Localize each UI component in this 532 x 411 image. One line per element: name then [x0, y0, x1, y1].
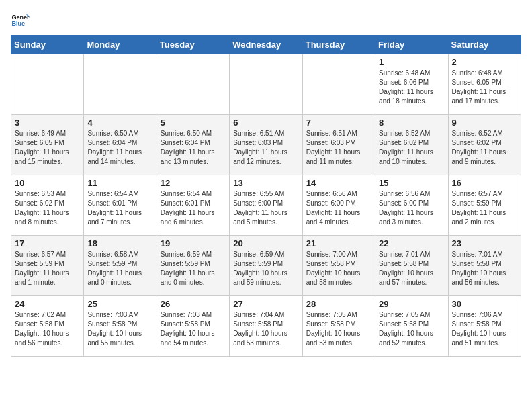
calendar-cell — [157, 54, 229, 115]
day-detail: Sunrise: 6:51 AM Sunset: 6:03 PM Dayligh… — [306, 129, 371, 167]
day-detail: Sunrise: 6:48 AM Sunset: 6:06 PM Dayligh… — [379, 68, 444, 106]
day-number: 15 — [379, 178, 444, 188]
day-detail: Sunrise: 6:52 AM Sunset: 6:02 PM Dayligh… — [452, 129, 517, 167]
day-number: 8 — [379, 118, 444, 128]
calendar-cell: 15Sunrise: 6:56 AM Sunset: 6:00 PM Dayli… — [375, 175, 448, 236]
calendar-cell — [11, 54, 84, 115]
day-detail: Sunrise: 6:51 AM Sunset: 6:03 PM Dayligh… — [233, 129, 298, 167]
day-number: 19 — [161, 238, 226, 248]
week-row-1: 1Sunrise: 6:48 AM Sunset: 6:06 PM Daylig… — [11, 54, 521, 115]
calendar-cell: 27Sunrise: 7:04 AM Sunset: 5:58 PM Dayli… — [230, 296, 302, 357]
day-number: 4 — [87, 118, 152, 128]
day-number: 3 — [15, 118, 80, 128]
day-number: 5 — [161, 118, 226, 128]
day-detail: Sunrise: 7:01 AM Sunset: 5:58 PM Dayligh… — [379, 250, 444, 287]
day-detail: Sunrise: 6:59 AM Sunset: 5:59 PM Dayligh… — [233, 250, 298, 287]
calendar-cell: 18Sunrise: 6:58 AM Sunset: 5:59 PM Dayli… — [84, 236, 157, 296]
day-number: 25 — [87, 299, 152, 309]
day-number: 26 — [161, 299, 226, 309]
day-number: 6 — [233, 118, 298, 128]
calendar-cell: 16Sunrise: 6:57 AM Sunset: 5:59 PM Dayli… — [448, 175, 521, 236]
day-detail: Sunrise: 7:05 AM Sunset: 5:58 PM Dayligh… — [379, 310, 444, 348]
day-detail: Sunrise: 7:00 AM Sunset: 5:58 PM Dayligh… — [306, 250, 371, 287]
calendar-cell — [84, 54, 157, 115]
calendar-cell: 19Sunrise: 6:59 AM Sunset: 5:59 PM Dayli… — [157, 236, 229, 296]
day-number: 11 — [87, 178, 152, 188]
day-number: 9 — [452, 118, 517, 128]
day-detail: Sunrise: 6:48 AM Sunset: 6:05 PM Dayligh… — [452, 68, 517, 106]
calendar-cell: 28Sunrise: 7:05 AM Sunset: 5:58 PM Dayli… — [302, 296, 375, 357]
calendar-cell: 6Sunrise: 6:51 AM Sunset: 6:03 PM Daylig… — [230, 115, 302, 175]
calendar-cell: 4Sunrise: 6:50 AM Sunset: 6:04 PM Daylig… — [84, 115, 157, 175]
svg-text:Blue: Blue — [11, 20, 25, 27]
day-detail: Sunrise: 6:53 AM Sunset: 6:02 PM Dayligh… — [15, 189, 80, 227]
day-number: 10 — [15, 178, 80, 188]
week-row-4: 17Sunrise: 6:57 AM Sunset: 5:59 PM Dayli… — [11, 236, 521, 296]
calendar-cell: 2Sunrise: 6:48 AM Sunset: 6:05 PM Daylig… — [448, 54, 521, 115]
header-saturday: Saturday — [448, 36, 521, 54]
day-detail: Sunrise: 6:57 AM Sunset: 5:59 PM Dayligh… — [15, 250, 80, 287]
day-detail: Sunrise: 7:05 AM Sunset: 5:58 PM Dayligh… — [306, 310, 371, 348]
calendar-cell: 17Sunrise: 6:57 AM Sunset: 5:59 PM Dayli… — [11, 236, 84, 296]
calendar-cell: 3Sunrise: 6:49 AM Sunset: 6:05 PM Daylig… — [11, 115, 84, 175]
day-number: 1 — [379, 57, 444, 67]
day-number: 21 — [306, 238, 371, 248]
day-detail: Sunrise: 7:04 AM Sunset: 5:58 PM Dayligh… — [233, 310, 298, 348]
day-number: 20 — [233, 238, 298, 248]
day-detail: Sunrise: 6:56 AM Sunset: 6:00 PM Dayligh… — [306, 189, 371, 227]
day-number: 22 — [379, 238, 444, 248]
header-monday: Monday — [84, 36, 157, 54]
day-detail: Sunrise: 6:50 AM Sunset: 6:04 PM Dayligh… — [87, 129, 152, 167]
day-detail: Sunrise: 6:52 AM Sunset: 6:02 PM Dayligh… — [379, 129, 444, 167]
day-number: 16 — [452, 178, 517, 188]
calendar-cell: 26Sunrise: 7:03 AM Sunset: 5:58 PM Dayli… — [157, 296, 229, 357]
header-sunday: Sunday — [11, 36, 84, 54]
day-detail: Sunrise: 7:03 AM Sunset: 5:58 PM Dayligh… — [161, 310, 226, 348]
day-number: 13 — [233, 178, 298, 188]
day-detail: Sunrise: 6:55 AM Sunset: 6:00 PM Dayligh… — [233, 189, 298, 227]
week-row-3: 10Sunrise: 6:53 AM Sunset: 6:02 PM Dayli… — [11, 175, 521, 236]
calendar-cell: 10Sunrise: 6:53 AM Sunset: 6:02 PM Dayli… — [11, 175, 84, 236]
logo-icon: General Blue — [11, 11, 30, 30]
calendar-cell: 9Sunrise: 6:52 AM Sunset: 6:02 PM Daylig… — [448, 115, 521, 175]
day-number: 14 — [306, 178, 371, 188]
calendar-cell: 14Sunrise: 6:56 AM Sunset: 6:00 PM Dayli… — [302, 175, 375, 236]
day-detail: Sunrise: 7:03 AM Sunset: 5:58 PM Dayligh… — [87, 310, 152, 348]
day-number: 2 — [452, 57, 517, 67]
calendar-cell — [230, 54, 302, 115]
day-detail: Sunrise: 7:01 AM Sunset: 5:58 PM Dayligh… — [452, 250, 517, 287]
page-header: General Blue — [11, 11, 521, 30]
day-number: 30 — [452, 299, 517, 309]
calendar-cell: 22Sunrise: 7:01 AM Sunset: 5:58 PM Dayli… — [375, 236, 448, 296]
week-row-2: 3Sunrise: 6:49 AM Sunset: 6:05 PM Daylig… — [11, 115, 521, 175]
header-thursday: Thursday — [302, 36, 375, 54]
day-detail: Sunrise: 6:49 AM Sunset: 6:05 PM Dayligh… — [15, 129, 80, 167]
week-row-5: 24Sunrise: 7:02 AM Sunset: 5:58 PM Dayli… — [11, 296, 521, 357]
calendar-cell: 1Sunrise: 6:48 AM Sunset: 6:06 PM Daylig… — [375, 54, 448, 115]
day-number: 7 — [306, 118, 371, 128]
day-number: 18 — [87, 238, 152, 248]
calendar-cell: 8Sunrise: 6:52 AM Sunset: 6:02 PM Daylig… — [375, 115, 448, 175]
calendar-cell: 23Sunrise: 7:01 AM Sunset: 5:58 PM Dayli… — [448, 236, 521, 296]
calendar-cell: 29Sunrise: 7:05 AM Sunset: 5:58 PM Dayli… — [375, 296, 448, 357]
header-wednesday: Wednesday — [230, 36, 302, 54]
calendar-cell: 5Sunrise: 6:50 AM Sunset: 6:04 PM Daylig… — [157, 115, 229, 175]
calendar-cell: 20Sunrise: 6:59 AM Sunset: 5:59 PM Dayli… — [230, 236, 302, 296]
day-number: 28 — [306, 299, 371, 309]
calendar-cell: 13Sunrise: 6:55 AM Sunset: 6:00 PM Dayli… — [230, 175, 302, 236]
day-detail: Sunrise: 6:57 AM Sunset: 5:59 PM Dayligh… — [452, 189, 517, 227]
day-number: 23 — [452, 238, 517, 248]
day-detail: Sunrise: 6:58 AM Sunset: 5:59 PM Dayligh… — [87, 250, 152, 287]
day-detail: Sunrise: 6:59 AM Sunset: 5:59 PM Dayligh… — [161, 250, 226, 287]
day-detail: Sunrise: 6:54 AM Sunset: 6:01 PM Dayligh… — [161, 189, 226, 227]
calendar-cell: 7Sunrise: 6:51 AM Sunset: 6:03 PM Daylig… — [302, 115, 375, 175]
day-detail: Sunrise: 7:06 AM Sunset: 5:58 PM Dayligh… — [452, 310, 517, 348]
day-number: 24 — [15, 299, 80, 309]
day-detail: Sunrise: 6:50 AM Sunset: 6:04 PM Dayligh… — [161, 129, 226, 167]
calendar-cell: 12Sunrise: 6:54 AM Sunset: 6:01 PM Dayli… — [157, 175, 229, 236]
calendar-cell: 11Sunrise: 6:54 AM Sunset: 6:01 PM Dayli… — [84, 175, 157, 236]
calendar-cell: 25Sunrise: 7:03 AM Sunset: 5:58 PM Dayli… — [84, 296, 157, 357]
day-number: 27 — [233, 299, 298, 309]
day-detail: Sunrise: 6:54 AM Sunset: 6:01 PM Dayligh… — [87, 189, 152, 227]
calendar-cell: 30Sunrise: 7:06 AM Sunset: 5:58 PM Dayli… — [448, 296, 521, 357]
